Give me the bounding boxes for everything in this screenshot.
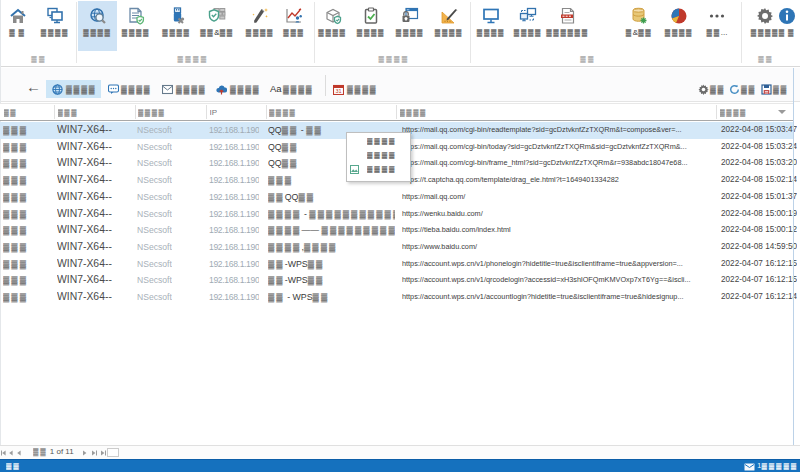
svg-text:31: 31: [335, 88, 341, 94]
